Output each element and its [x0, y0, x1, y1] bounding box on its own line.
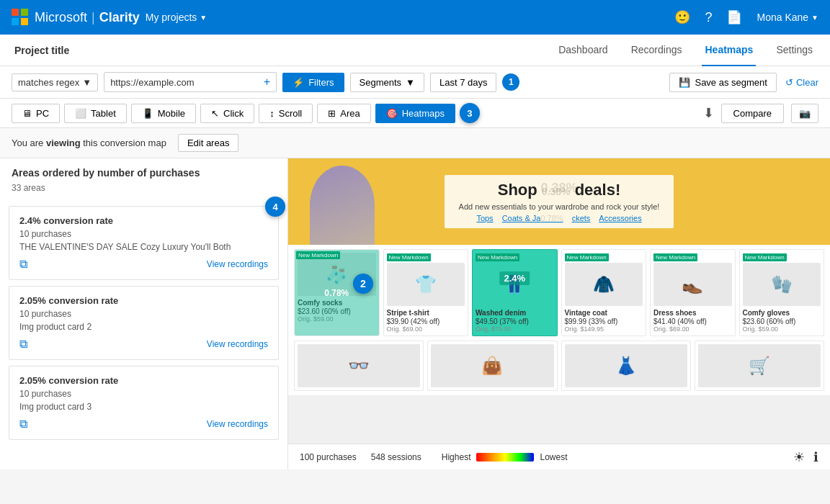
- nav-divider: |: [92, 10, 95, 25]
- brightness-icon[interactable]: ☀: [793, 449, 805, 465]
- lowest-label: Lowest: [540, 452, 567, 462]
- area-card-2-purchases: 10 purchases: [19, 309, 268, 319]
- edit-areas-button[interactable]: Edit areas: [178, 134, 239, 152]
- chevron-down-icon: ▼: [200, 14, 207, 22]
- product-card-shoes[interactable]: New Markdown 👞 Dress shoes $41.40 (40% o…: [650, 249, 736, 336]
- product-card-coat[interactable]: New Markdown 🧥 Vintage coat $99.99 (33% …: [561, 249, 647, 336]
- segments-button[interactable]: Segments ▼: [350, 73, 424, 92]
- help-icon[interactable]: ?: [705, 10, 712, 25]
- info-circle-icon[interactable]: ℹ: [813, 449, 818, 465]
- heatmap-type-bar: 🖥 PC ⬜ Tablet 📱 Mobile ↖ Click ↕ Scroll …: [0, 99, 830, 128]
- click-icon: ↖: [211, 108, 219, 119]
- brand-name: Microsoft | Clarity: [35, 10, 140, 25]
- add-url-button[interactable]: +: [264, 76, 270, 89]
- heatmap-type-scroll[interactable]: ↕ Scroll: [259, 104, 313, 123]
- hero-subtitle: Add new essentials to your wardrobe and …: [459, 202, 660, 211]
- areas-subheader: 33 areas: [0, 183, 287, 200]
- my-projects-dropdown[interactable]: My projects ▼: [146, 12, 207, 23]
- camera-button[interactable]: 📷: [791, 104, 818, 123]
- hero-link-coats[interactable]: Coats & Ja0.78%: [502, 214, 563, 222]
- copy-icon-3[interactable]: ⧉: [19, 418, 27, 431]
- url-input-field[interactable]: https://example.com +: [104, 72, 277, 92]
- area-card-2-rate: 2.05% conversion rate: [19, 295, 268, 306]
- product-img-coat: 🧥: [565, 263, 643, 306]
- product-img-dress: 👗: [565, 344, 687, 387]
- heatmap-panel: 0.38% Shop 0.38% deals! Add new essentia…: [288, 158, 830, 469]
- copy-icon-1[interactable]: ⧉: [19, 258, 27, 271]
- download-button[interactable]: ⬇: [703, 105, 714, 121]
- user-menu[interactable]: Mona Kane ▼: [757, 12, 818, 23]
- bottom-stats-bar: 100 purchases 548 sessions Highest Lowes…: [288, 444, 830, 469]
- badge-coat: New Markdown: [565, 253, 609, 261]
- highest-label: Highest: [442, 452, 471, 462]
- area-icon: ⊞: [328, 108, 336, 119]
- badge-tshirt: New Markdown: [387, 253, 431, 261]
- area-card-2-name: Img product card 2: [19, 322, 268, 332]
- sessions-stat: 548 sessions: [371, 452, 421, 462]
- heatmap-legend: Highest Lowest: [442, 452, 568, 462]
- refresh-icon: ↺: [785, 77, 793, 88]
- monitor-icon: 🖥: [22, 108, 32, 119]
- heatmap-type-area[interactable]: ⊞ Area: [317, 104, 370, 123]
- purchases-stat: 100 purchases: [300, 452, 357, 462]
- product-price-tshirt: $39.90 (42% off): [387, 318, 465, 325]
- filters-button[interactable]: ⚡ Filters: [282, 73, 344, 92]
- product-price-gloves: $23.60 (60% off): [743, 318, 821, 325]
- document-icon[interactable]: 📄: [726, 9, 742, 25]
- view-recordings-link-3[interactable]: View recordings: [207, 419, 268, 429]
- area-card-3-purchases: 10 purchases: [19, 389, 268, 399]
- area-card-3-rate: 2.05% conversion rate: [19, 375, 268, 386]
- product-card-gloves[interactable]: New Markdown 🧤 Comfy gloves $23.60 (60% …: [739, 249, 825, 336]
- heatmap-type-mobile[interactable]: 📱 Mobile: [131, 104, 196, 123]
- product-img-glasses: 👓: [298, 344, 420, 387]
- product-card-dress[interactable]: 👗: [561, 341, 691, 391]
- product-name-tshirt: Stripe t-shirt: [387, 309, 465, 317]
- view-recordings-link-1[interactable]: View recordings: [207, 259, 268, 269]
- top-navigation: Microsoft | Clarity My projects ▼ 🙂 ? 📄 …: [0, 0, 830, 35]
- area-card-1: 2.4% conversion rate 10 purchases THE VA…: [9, 206, 279, 280]
- product-price-coat: $99.99 (33% off): [565, 318, 643, 325]
- date-range-button[interactable]: Last 7 days: [430, 73, 497, 92]
- hero-link-accessories[interactable]: Accessories: [599, 214, 641, 222]
- viewing-bar: You are viewing this conversion map Edit…: [0, 128, 830, 158]
- tab-heatmaps[interactable]: Heatmaps: [702, 35, 756, 66]
- product-card-basket[interactable]: 🛒: [695, 341, 824, 391]
- product-orig-shoes: Orig. $69.00: [653, 325, 732, 333]
- heatmap-type-click[interactable]: ↖ Click: [200, 104, 254, 123]
- badge-shoes: New Markdown: [653, 253, 697, 261]
- heatmap-type-conversion[interactable]: 🎯 Heatmaps: [375, 104, 455, 123]
- product-card-bag[interactable]: 👜: [427, 341, 557, 391]
- hero-link-tops[interactable]: Tops: [476, 214, 493, 222]
- regex-select[interactable]: matches regex ▼: [12, 73, 98, 91]
- product-card-tshirt[interactable]: New Markdown 👕 Stripe t-shirt $39.90 (42…: [383, 249, 469, 336]
- tab-settings[interactable]: Settings: [773, 35, 816, 66]
- area-card-2: 2.05% conversion rate 10 purchases Img p…: [9, 286, 279, 360]
- info-number-badge[interactable]: 1: [502, 73, 519, 91]
- areas-header: Areas ordered by number of purchases: [0, 158, 287, 183]
- heatmap-content: 0.38% Shop 0.38% deals! Add new essentia…: [288, 158, 830, 444]
- product-img-shoes: 👞: [653, 263, 732, 306]
- product-price-shoes: $41.40 (40% off): [653, 318, 732, 325]
- microsoft-logo: [12, 9, 29, 26]
- product-name-gloves: Comfy gloves: [743, 309, 821, 317]
- filter-bar: matches regex ▼ https://example.com + ⚡ …: [0, 66, 830, 99]
- product-img-tshirt: 👕: [387, 263, 465, 306]
- hero-link-jeans[interactable]: ckets: [572, 214, 591, 222]
- product-card-glasses[interactable]: 👓: [294, 341, 424, 391]
- heatmap-type-tablet[interactable]: ⬜ Tablet: [64, 104, 127, 123]
- save-segment-button[interactable]: 💾 Save as segment: [669, 73, 776, 92]
- tab-recordings[interactable]: Recordings: [628, 35, 685, 66]
- copy-icon-2[interactable]: ⧉: [19, 338, 27, 351]
- product-orig-denim: Orig. $79.00: [476, 325, 554, 333]
- hero-nav-links: Tops Coats & Ja0.78% ckets Accessories: [459, 214, 660, 222]
- product-card-denim[interactable]: New Markdown 👖 2.4% Washed denim $49.50 …: [472, 249, 558, 336]
- product-orig-tshirt: Orig. $69.00: [387, 325, 465, 333]
- left-panel: Areas ordered by number of purchases 33 …: [0, 158, 288, 469]
- smiley-icon[interactable]: 🙂: [674, 9, 690, 25]
- view-recordings-link-2[interactable]: View recordings: [207, 339, 268, 349]
- heatmap-type-pc[interactable]: 🖥 PC: [12, 104, 60, 123]
- clear-button[interactable]: ↺ Clear: [785, 77, 818, 88]
- compare-button[interactable]: Compare: [721, 104, 784, 123]
- product-orig-gloves: Orig. $59.00: [743, 325, 821, 333]
- tab-dashboard[interactable]: Dashboard: [555, 35, 611, 66]
